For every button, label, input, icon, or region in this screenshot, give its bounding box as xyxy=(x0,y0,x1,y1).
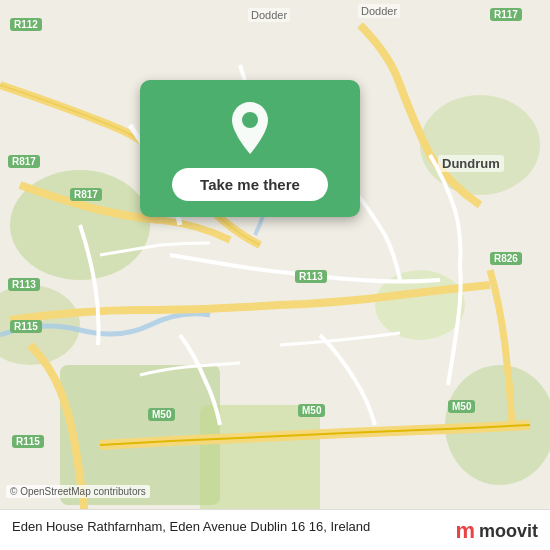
moovit-text: moovit xyxy=(479,521,538,542)
road-label-r117-top: R117 xyxy=(490,8,522,21)
moovit-logo: mmoovit xyxy=(455,518,538,544)
road-label-r817-mid: R817 xyxy=(70,188,102,201)
road-label-m50-1: M50 xyxy=(148,408,175,421)
take-me-there-button[interactable]: Take me there xyxy=(172,168,328,201)
location-pin-icon xyxy=(226,100,274,156)
road-label-r115-left: R115 xyxy=(10,320,42,333)
location-label-dodder2: Dodder xyxy=(358,4,400,18)
road-label-r115-btm: R115 xyxy=(12,435,44,448)
road-label-r113-mid: R113 xyxy=(295,270,327,283)
bottom-bar: Eden House Rathfarnham, Eden Avenue Dubl… xyxy=(0,509,550,550)
road-label-r817-left: R817 xyxy=(8,155,40,168)
address-text: Eden House Rathfarnham, Eden Avenue Dubl… xyxy=(12,518,445,536)
svg-point-3 xyxy=(420,95,540,195)
road-label-m50-2: M50 xyxy=(298,404,325,417)
action-card: Take me there xyxy=(140,80,360,217)
svg-point-8 xyxy=(242,112,258,128)
road-label-r113-left: R113 xyxy=(8,278,40,291)
moovit-m-letter: m xyxy=(455,518,475,544)
location-label-dundrum: Dundrum xyxy=(438,155,504,172)
map-container: R112 R117 R817 R817 R112 R113 R113 R115 … xyxy=(0,0,550,550)
location-label-dodder1: Dodder xyxy=(248,8,290,22)
osm-credit: © OpenStreetMap contributors xyxy=(6,485,150,498)
road-label-m50-3: M50 xyxy=(448,400,475,413)
road-label-r826: R826 xyxy=(490,252,522,265)
road-label-r112-top: R112 xyxy=(10,18,42,31)
